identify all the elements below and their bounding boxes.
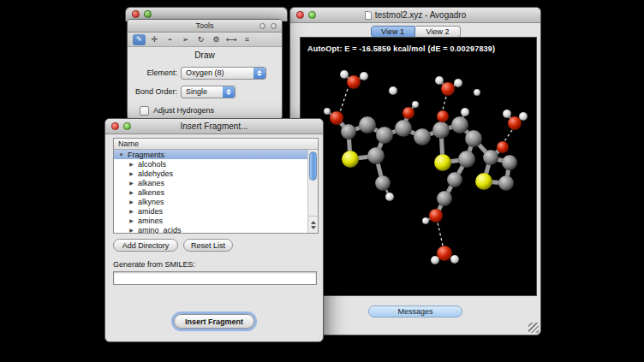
back-window-controls <box>132 10 152 18</box>
fragment-titlebar[interactable]: Insert Fragment... <box>105 119 323 134</box>
adjust-hydrogens-row: Adjust Hydrogens <box>128 104 282 117</box>
tree-row[interactable]: ▶alkanes <box>114 178 307 187</box>
smiles-label: Generate from SMILES: <box>113 260 195 269</box>
scroll-down-icon[interactable] <box>311 226 316 229</box>
fragment-list: Name ▼Fragments▶alcohols▶aldehydes▶alkan… <box>113 138 319 234</box>
zoom-button[interactable] <box>308 11 316 19</box>
dropdown-stepper-icon <box>223 86 235 98</box>
window-title: testmol2.xyz - Avogadro <box>375 10 467 20</box>
adjust-hydrogens-checkbox[interactable] <box>140 106 149 116</box>
fragment-tree: ▼Fragments▶alcohols▶aldehydes▶alkanes▶al… <box>114 150 307 233</box>
disclosure-closed-icon[interactable]: ▶ <box>128 208 135 214</box>
tree-row-label: amino_acids <box>138 226 182 234</box>
autoopt-tool-icon[interactable]: ⚙ <box>210 34 223 45</box>
smiles-input[interactable] <box>113 271 317 285</box>
close-button[interactable] <box>111 122 119 130</box>
disclosure-closed-icon[interactable]: ▶ <box>128 199 135 205</box>
tree-row-label: alkanes <box>138 179 164 187</box>
bond-order-label: Bond Order: <box>128 87 181 96</box>
draw-tool-icon[interactable]: ✎ <box>133 34 146 45</box>
active-tool-label: Draw <box>128 50 282 60</box>
avogadro-main-window: testmol2.xyz - Avogadro View 1 View 2 <box>289 7 541 335</box>
resize-grip[interactable] <box>528 323 539 333</box>
zoom-button[interactable] <box>144 10 152 18</box>
main-window-controls <box>296 11 316 19</box>
select-tool-icon[interactable]: ➢ <box>179 34 192 45</box>
messages-button[interactable]: Messages <box>368 306 462 317</box>
reset-list-button[interactable]: Reset List <box>183 239 233 252</box>
disclosure-closed-icon[interactable]: ▶ <box>128 180 135 186</box>
adjust-hydrogens-label: Adjust Hydrogens <box>153 106 214 115</box>
bond-order-row: Bond Order: Single <box>128 85 282 98</box>
tab-view-2[interactable]: View 2 <box>416 26 461 38</box>
tools-toolbar: ✎✛⌁➢↻⚙⟷≡ <box>128 33 282 47</box>
insert-fragment-button[interactable]: Insert Fragment <box>174 314 254 329</box>
tree-row[interactable]: ▶alkynes <box>114 197 307 206</box>
molecule-render <box>301 38 536 295</box>
measure-tool-icon[interactable]: ⟷ <box>225 34 238 45</box>
zoom-button[interactable] <box>123 122 131 130</box>
disclosure-closed-icon[interactable]: ▶ <box>128 227 135 233</box>
close-button[interactable] <box>132 10 140 18</box>
fragment-window-controls <box>111 122 131 130</box>
scroll-up-icon[interactable] <box>311 221 316 224</box>
tools-palette: Tools ✎✛⌁➢↻⚙⟷≡ Draw Element: Oxygen (8) … <box>127 19 283 120</box>
element-label: Element: <box>128 68 181 77</box>
3d-viewport[interactable]: AutoOpt: E = -16.5859 kcal/mol (dE = 0.0… <box>300 37 537 296</box>
tree-row-label: Fragments <box>128 151 164 159</box>
autoopt-status-text: AutoOpt: E = -16.5859 kcal/mol (dE = 0.0… <box>307 45 495 53</box>
element-dropdown[interactable]: Oxygen (8) <box>181 67 266 80</box>
palette-button-1[interactable] <box>259 23 265 29</box>
tree-row-label: alcohols <box>138 160 166 169</box>
tree-row-label: amines <box>138 217 163 225</box>
tree-row[interactable]: ▶alcohols <box>114 159 307 169</box>
bond-order-dropdown[interactable]: Single <box>181 86 236 98</box>
add-directory-button[interactable]: Add Directory <box>113 239 178 252</box>
disclosure-closed-icon[interactable]: ▶ <box>128 189 135 195</box>
disclosure-open-icon[interactable]: ▼ <box>117 152 125 157</box>
element-row: Element: Oxygen (8) <box>128 66 282 80</box>
navigate-tool-icon[interactable]: ✛ <box>148 34 161 45</box>
tree-row[interactable]: ▶aldehydes <box>114 169 307 178</box>
tab-view-1[interactable]: View 1 <box>371 26 415 38</box>
rotate-tool-icon[interactable]: ↻ <box>194 34 207 45</box>
tree-row-root[interactable]: ▼Fragments <box>114 150 307 159</box>
close-button[interactable] <box>296 11 304 19</box>
tree-row-label: alkynes <box>138 198 164 206</box>
disclosure-closed-icon[interactable]: ▶ <box>128 161 135 167</box>
list-scrollbar[interactable] <box>307 150 318 233</box>
tree-row-label: amides <box>138 207 163 216</box>
bond-order-value: Single <box>186 87 207 96</box>
dropdown-stepper-icon <box>253 68 265 79</box>
disclosure-closed-icon[interactable]: ▶ <box>128 217 135 223</box>
tools-title: Tools <box>195 21 213 30</box>
align-tool-icon[interactable]: ≡ <box>241 34 253 45</box>
palette-button-2[interactable] <box>271 23 277 29</box>
main-titlebar[interactable]: testmol2.xyz - Avogadro <box>290 8 540 23</box>
tools-titlebar[interactable]: Tools <box>128 20 282 33</box>
tree-row[interactable]: ▶amides <box>114 206 307 216</box>
document-icon <box>365 11 372 20</box>
bond-tool-icon[interactable]: ⌁ <box>164 34 176 45</box>
element-value: Oxygen (8) <box>186 68 224 77</box>
scrollbar-arrows <box>308 216 318 233</box>
disclosure-closed-icon[interactable]: ▶ <box>128 170 135 176</box>
scrollbar-thumb[interactable] <box>309 151 317 181</box>
tree-row[interactable]: ▶alkenes <box>114 187 307 197</box>
list-header-name[interactable]: Name <box>114 139 318 150</box>
tree-row-label: aldehydes <box>138 169 173 178</box>
tree-row[interactable]: ▶amines <box>114 216 307 225</box>
tree-row[interactable]: ▶amino_acids <box>114 225 307 234</box>
insert-fragment-window: Insert Fragment... Name ▼Fragments▶alcoh… <box>104 118 324 342</box>
palette-buttons <box>259 23 277 29</box>
fragment-window-title: Insert Fragment... <box>181 122 248 131</box>
view-tab-strip: View 1 View 2 <box>290 23 540 38</box>
tree-row-label: alkenes <box>138 188 164 197</box>
